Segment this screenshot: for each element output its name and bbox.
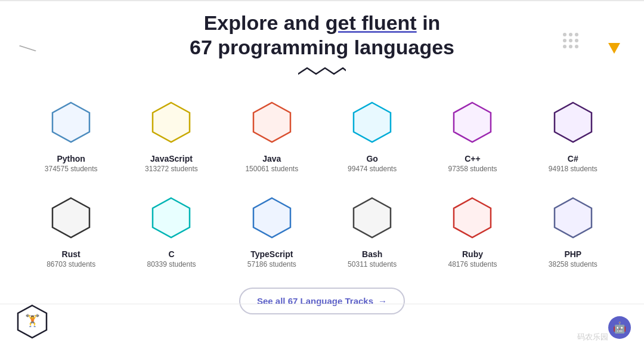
lang-item-go[interactable]: Go Go 99474 students [325, 89, 419, 179]
svg-marker-29 [555, 198, 592, 237]
cta-arrow: → [378, 296, 387, 306]
page-wrapper: ╲ Explore and get fluent in 67 programmi… [0, 0, 644, 352]
lang-name: C# [568, 154, 578, 163]
svg-marker-24 [354, 198, 391, 237]
svg-marker-6 [253, 103, 290, 142]
lang-hexagon: TS [250, 196, 293, 239]
lang-item-ruby[interactable]: Ruby 48176 students [425, 185, 519, 274]
lang-item-rust[interactable]: ⚙R Rust 86703 students [24, 185, 118, 274]
lang-hexagon: C# [552, 101, 595, 144]
lang-students: 150061 students [245, 165, 298, 173]
svg-marker-15 [52, 198, 89, 237]
svg-marker-21 [253, 198, 290, 237]
svg-marker-0 [52, 103, 89, 142]
lang-name: JavaScript [150, 154, 193, 163]
deco-triangle-right [608, 43, 620, 54]
chat-icon-glyph: 🤖 [613, 321, 626, 334]
lang-icon-wrap: $_ [348, 191, 396, 245]
lang-hexagon: JS [150, 101, 193, 144]
lang-item-python[interactable]: Python 374575 students [24, 89, 118, 179]
lang-students: 99474 students [348, 165, 397, 173]
see-all-button[interactable]: See all 67 Language Tracks → [239, 288, 405, 314]
lang-hexagon: php [552, 196, 595, 239]
lang-icon-wrap [248, 95, 296, 149]
svg-marker-12 [555, 103, 592, 142]
lang-students: 50311 students [348, 260, 397, 268]
svg-marker-7 [354, 103, 391, 142]
lang-hexagon: C [150, 196, 193, 239]
bottom-divider [0, 304, 644, 304]
lang-students: 94918 students [549, 165, 597, 173]
svg-marker-18 [153, 198, 190, 237]
lang-hexagon [451, 196, 494, 239]
lang-icon-wrap: ⚙R [47, 191, 95, 245]
lang-item-typescript[interactable]: TS TypeScript 57186 students [225, 185, 319, 274]
svg-marker-9 [454, 103, 491, 142]
lang-name: Rust [62, 249, 80, 259]
lang-icon-wrap: php [549, 191, 597, 245]
lang-icon-wrap [448, 191, 496, 245]
lang-name: Bash [362, 249, 382, 259]
lang-hexagon: $_ [351, 196, 394, 239]
lang-hexagon: ⚙R [49, 196, 92, 239]
lang-students: 80339 students [147, 260, 196, 268]
lang-hexagon [250, 101, 293, 144]
lang-item-c[interactable]: C C 80339 students [124, 185, 218, 274]
lang-students: 48176 students [448, 260, 497, 268]
svg-text:🏋: 🏋 [25, 313, 40, 328]
lang-name: Java [262, 154, 281, 163]
lang-students: 57186 students [247, 260, 296, 268]
title-line1: Explore and get fluent in [204, 11, 441, 34]
lang-students: 97358 students [448, 165, 497, 173]
lang-name: C [168, 249, 174, 259]
deco-grid-right [563, 33, 578, 48]
watermark: 码农乐园 [577, 332, 608, 342]
lang-icon-wrap: C [147, 191, 195, 245]
lang-icon-wrap: C++ [448, 95, 496, 149]
lang-item-c#[interactable]: C# C# 94918 students [526, 89, 620, 179]
lang-hexagon: Go [351, 101, 394, 144]
lang-students: 313272 students [145, 165, 198, 173]
lang-item-c++[interactable]: C++ C++ 97358 students [425, 89, 519, 179]
page-title: Explore and get fluent in 67 programming… [0, 11, 644, 60]
title-line2: 67 programming languages [190, 36, 454, 58]
top-divider [0, 0, 644, 1]
lang-name: PHP [564, 249, 581, 259]
lang-hexagon [49, 101, 92, 144]
lang-hexagon: C++ [451, 101, 494, 144]
cta-section: See all 67 Language Tracks → [0, 288, 644, 314]
lang-students: 86703 students [47, 260, 95, 268]
lang-item-javascript[interactable]: JS JavaScript 313272 students [124, 89, 218, 179]
lang-icon-wrap: C# [549, 95, 597, 149]
lang-icon-wrap: JS [147, 95, 195, 149]
svg-marker-27 [454, 198, 491, 237]
lang-item-bash[interactable]: $_ Bash 50311 students [325, 185, 419, 274]
lang-name: Ruby [462, 249, 483, 259]
squiggle-decoration [0, 64, 644, 78]
lang-name: Go [366, 154, 377, 163]
lang-icon-wrap: TS [248, 191, 296, 245]
lang-name: Python [57, 154, 85, 163]
lang-name: C++ [465, 154, 480, 163]
svg-marker-3 [153, 103, 190, 142]
lang-name: TypeScript [250, 249, 293, 259]
languages-grid: Python 374575 students JS JavaScript 313… [0, 89, 644, 274]
lang-icon-wrap [47, 95, 95, 149]
lang-item-java[interactable]: Java 150061 students [225, 89, 319, 179]
chat-button[interactable]: 🤖 [608, 316, 631, 339]
watermark-text: 码农乐园 [577, 332, 608, 342]
deco-dumbbell-hex: 🏋 [17, 304, 48, 341]
cta-label: See all 67 Language Tracks [257, 296, 373, 306]
lang-icon-wrap: Go [348, 95, 396, 149]
lang-students: 38258 students [549, 260, 597, 268]
page-header: Explore and get fluent in 67 programming… [0, 0, 644, 60]
lang-item-php[interactable]: php PHP 38258 students [526, 185, 620, 274]
lang-students: 374575 students [45, 165, 98, 173]
